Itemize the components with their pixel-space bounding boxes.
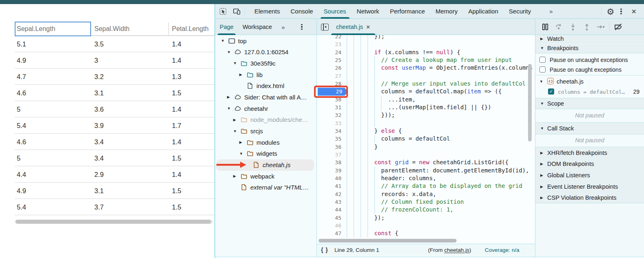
code-line-36[interactable]: 36 } [317,143,535,151]
breakpoints-section-header[interactable]: ▼ Breakpoints [535,43,644,53]
grid-row[interactable]: 5.13.51.4 [15,36,214,52]
file-tab-cheetah-js[interactable]: cheetah.js ✕ [331,19,375,35]
pretty-print-icon[interactable]: { } [321,247,328,253]
tree-item-modules[interactable]: ▶modules [215,137,316,148]
coverage-link[interactable]: Coverage: n/a [485,247,519,253]
devtools-tab-security[interactable]: Security [504,4,536,19]
grid-cell[interactable]: 1.5 [171,199,214,215]
grid-cell[interactable]: 5.1 [16,36,93,52]
line-number[interactable]: 26 [317,64,348,72]
editor-debugger-divider[interactable] [535,19,535,257]
grid-cell[interactable]: 4.9 [16,183,93,199]
line-number[interactable]: 46 [317,222,348,229]
devtools-tab-console[interactable]: Console [285,4,319,19]
device-toolbar-icon[interactable] [233,7,241,15]
step-out-button[interactable] [580,22,594,32]
grid-cell[interactable]: 5.4 [16,199,93,215]
tree-item-top[interactable]: ▼top [215,35,316,46]
step-into-button[interactable] [566,22,580,32]
grid-cell[interactable]: 5.4 [16,117,93,134]
file-tab-close-icon[interactable]: ✕ [366,24,370,30]
step-button[interactable] [594,22,608,32]
navigator-editor-divider[interactable] [316,19,317,257]
grid-row[interactable]: 53.41.5 [15,150,214,166]
pause-uncaught-checkbox[interactable] [539,57,546,63]
tree-item-widgets[interactable]: ▼widgets [215,148,316,159]
grid-cell[interactable]: 1.4 [171,134,214,150]
tree-collapsed-icon[interactable]: ▶ [227,91,230,103]
grid-row[interactable]: 5.43.71.5 [15,199,214,215]
breakpoint-entry[interactable]: ✓ columns = defaultCol… 29 [535,87,644,97]
tree-expanded-icon[interactable]: ▼ [233,57,237,69]
code-line-33[interactable]: 33 [317,119,535,127]
grid-hscrollbar-thumb[interactable] [16,220,211,224]
grid-cell[interactable]: 1.5 [171,150,214,166]
line-number[interactable]: 42 [317,190,348,198]
grid-cell[interactable]: 1.4 [171,36,214,52]
devtools-tab-network[interactable]: Network [352,4,385,19]
grid-cell[interactable]: 3.4 [93,134,171,150]
grid-column-header[interactable]: Petal.Length [171,22,214,36]
grid-cell[interactable]: 4.6 [16,134,93,150]
grid-row[interactable]: 53.61.4 [15,101,214,117]
grid-cell[interactable]: 3.9 [93,117,171,134]
code-line-34[interactable]: 34 } else { [317,127,535,135]
grid-cell[interactable]: 1.4 [171,101,214,117]
line-number[interactable]: 33 [317,119,348,127]
code-line-44[interactable]: 44 // frozenColCount: 1, [317,206,535,214]
tree-collapsed-icon[interactable]: ▶ [239,69,242,80]
grid-cell[interactable]: 3.1 [93,183,171,199]
section-dom-breakpoints[interactable]: ▶DOM Breakpoints [535,159,644,170]
tree-item-index.html[interactable]: index.html [215,80,316,92]
editor-hscrollbar-thumb[interactable] [319,239,457,243]
devtools-menu-icon[interactable] [618,9,624,15]
tree-item-127.0.0.1-60254[interactable]: ▼127.0.0.1:60254 [215,46,316,58]
code-line-27[interactable]: 27 [317,72,535,80]
tree-collapsed-icon[interactable]: ▶ [239,137,242,148]
grid-cell[interactable]: 3.4 [93,150,171,166]
code-line-30[interactable]: 30 ...item, [317,96,535,104]
code-line-46[interactable]: 46 [317,222,535,229]
grid-cell[interactable]: 1.5 [171,85,214,101]
settings-gear-icon[interactable]: ⚙ [607,7,615,16]
line-number[interactable]: 23 [317,40,348,48]
code-line-45[interactable]: 45 }); [317,214,535,222]
line-number[interactable]: 31 [317,104,348,111]
tree-item-node-modules-che-[interactable]: ▶node_modules/che… [215,114,316,126]
grid-row[interactable]: 4.93.11.5 [15,183,214,199]
line-number[interactable]: 38 [317,159,348,166]
grid-cell[interactable]: 3.1 [93,85,171,101]
callstack-section-header[interactable]: ▼ Call Stack [535,123,644,135]
line-number[interactable]: 35 [317,135,348,143]
grid-cell[interactable]: 5 [16,101,93,117]
tree-item-webpack[interactable]: ▶webpack [215,170,316,182]
iris-data-grid[interactable]: Sepal.LengthSepal.WidthPetal.Length 5.13… [15,22,214,215]
line-number[interactable]: 45 [317,214,348,222]
code-line-47[interactable]: 47 const { [317,229,535,237]
pause-caught-row[interactable]: Pause on caught exceptions [535,65,644,75]
line-number[interactable]: 34 [317,127,348,135]
pause-caught-checkbox[interactable] [539,66,546,73]
tree-collapsed-icon[interactable]: ▶ [233,114,236,126]
tree-item-30e35f9c[interactable]: ▼30e35f9c [215,57,316,69]
grid-cell[interactable]: 2.9 [93,166,171,183]
code-line-40[interactable]: 40 header: columns, [317,174,535,182]
pause-script-button[interactable] [538,22,552,32]
line-number[interactable]: 37 [317,151,348,159]
devtools-close-icon[interactable]: ✕ [628,8,638,15]
pause-uncaught-row[interactable]: Pause on uncaught exceptions [535,55,644,65]
grid-cell[interactable]: 4.4 [16,166,93,183]
step-over-button[interactable] [552,22,566,32]
grid-row[interactable]: 4.63.41.4 [15,134,214,150]
grid-cell[interactable]: 4.9 [16,52,93,68]
code-line-26[interactable]: 26 const userMap = Object.fromEntries(x.… [317,64,535,72]
line-number[interactable]: 36 [317,143,348,151]
tree-expanded-icon[interactable]: ▼ [239,148,243,159]
code-line-42[interactable]: 42 records: x.data, [317,190,535,198]
code-editor[interactable]: 22 });2324 if (x.columns !== null) {25 /… [317,35,535,244]
inspect-element-icon[interactable] [219,7,227,15]
section-global-listeners[interactable]: ▶Global Listeners [535,170,644,181]
code-line-24[interactable]: 24 if (x.columns !== null) { [317,49,535,56]
grid-cell[interactable]: 3.2 [93,68,171,85]
tree-expanded-icon[interactable]: ▼ [227,46,231,58]
